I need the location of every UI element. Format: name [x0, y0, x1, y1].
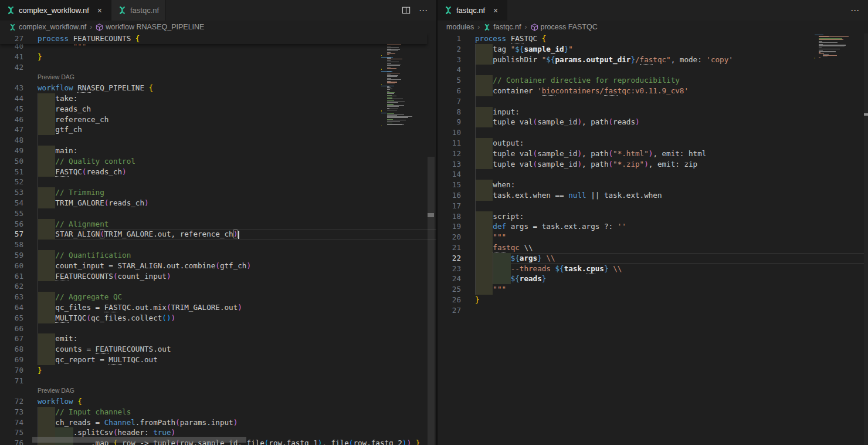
minimap[interactable] [815, 35, 851, 60]
code-line[interactable]: 27 [438, 305, 868, 316]
code-line[interactable]: 4 [438, 65, 868, 75]
code-line[interactable]: 13 tuple val(sample_id), path("*.zip"), … [438, 159, 868, 170]
code-line[interactable]: 1process FASTQC { [438, 33, 868, 44]
code-line[interactable]: 42 [0, 62, 436, 73]
code-line[interactable]: 15 when: [438, 180, 868, 190]
code-line[interactable]: 2 tag "${sample_id}" [438, 44, 868, 55]
breadcrumb-item-symbol[interactable]: workflow RNASEQ_PIPELINE [96, 23, 204, 31]
code-line[interactable]: 6 container 'biocontainers/fastqc:v0.11.… [438, 86, 868, 96]
code-line[interactable]: 26} [438, 295, 868, 305]
editor-group-left: complex_workflow.nf × fastqc.nf ⋯ [0, 0, 436, 445]
code-line[interactable]: 61 FEATURECOUNTS(count_input) [0, 271, 436, 282]
more-actions-icon[interactable]: ⋯ [419, 5, 428, 16]
code-line[interactable]: 66 [0, 323, 436, 334]
code-line[interactable]: 47 gtf_ch [0, 124, 436, 135]
code-line[interactable]: 50 // Quality control [0, 156, 436, 167]
codelens-link[interactable]: Preview DAG [38, 386, 74, 396]
code-line[interactable]: 45 reads_ch [0, 104, 436, 114]
code-editor-left[interactable]: 40 """41}42Preview DAG43workflow RNASEQ_… [0, 33, 436, 445]
scrollbar-thumb[interactable] [32, 437, 246, 443]
code-line[interactable]: 3 publishDir "${params.output_dir}/fastq… [438, 55, 868, 65]
code-line[interactable]: 44 take: [0, 93, 436, 104]
breadcrumb-item-file[interactable]: fastqc.nf [483, 23, 521, 31]
close-icon[interactable]: × [491, 6, 500, 15]
code-line[interactable]: 57 STAR_ALIGN(TRIM_GALORE.out, reference… [0, 229, 436, 240]
code-line[interactable]: 59 // Quantification [0, 250, 436, 261]
code-line[interactable]: 23 --threads ${task.cpus} \\ [438, 264, 868, 274]
code-line[interactable]: 64 qc_files = FASTQC.out.mix(TRIM_GALORE… [0, 302, 436, 313]
code-line[interactable]: 16 task.ext.when == null || task.ext.whe… [438, 190, 868, 201]
code-line[interactable]: 24 ${reads} [438, 274, 868, 284]
overview-ruler[interactable] [864, 33, 868, 445]
indent-guide [38, 135, 38, 146]
breadcrumb-item-folder[interactable]: modules [446, 23, 474, 31]
tab-fastqc-left[interactable]: fastqc.nf [111, 0, 166, 21]
code-line[interactable]: 72workflow { [0, 396, 436, 407]
code-editor-right[interactable]: 1process FASTQC {2 tag "${sample_id}"3 p… [438, 33, 868, 445]
code-line[interactable]: 9 tuple val(sample_id), path(reads) [438, 117, 868, 127]
breadcrumb-item-symbol[interactable]: process FASTQC [531, 23, 598, 31]
tab-bar-left: complex_workflow.nf × fastqc.nf ⋯ [0, 0, 436, 21]
code-line[interactable]: 53 // Trimming [0, 187, 436, 198]
code-line[interactable]: 18 script: [438, 211, 868, 222]
sticky-scroll-line[interactable]: 27process FEATURECOUNTS { [0, 33, 427, 44]
line-number: 48 [0, 135, 38, 146]
code-line[interactable]: 63 // Aggregate QC [0, 292, 436, 302]
line-number: 13 [438, 159, 475, 170]
tab-bar-right: fastqc.nf × ⋯ [438, 0, 868, 21]
line-number: 72 [0, 396, 38, 407]
horizontal-scrollbar[interactable] [0, 437, 348, 443]
scrollbar-handle[interactable] [428, 213, 434, 217]
code-line[interactable]: 48 [0, 135, 436, 146]
code-line[interactable]: 73 // Input channels [0, 407, 436, 417]
code-line[interactable]: 67 emit: [0, 333, 436, 344]
code-line[interactable]: 7 [438, 96, 868, 107]
code-line[interactable]: 71 [0, 376, 436, 386]
code-line[interactable]: 22 ${args} \\ [438, 253, 868, 264]
code-line[interactable]: 12 tuple val(sample_id), path("*.html"),… [438, 149, 868, 159]
close-icon[interactable]: × [95, 6, 104, 15]
code-line[interactable]: 70} [0, 365, 436, 376]
tab-fastqc-right[interactable]: fastqc.nf × [438, 0, 507, 21]
code-line[interactable]: 68 counts = FEATURECOUNTS.out [0, 344, 436, 355]
code-line[interactable]: 46 reference_ch [0, 114, 436, 125]
breadcrumb-item-file[interactable]: complex_workflow.nf [9, 23, 86, 31]
code-line[interactable]: 5 // Container directive for reproducibi… [438, 75, 868, 86]
code-line[interactable]: 10 [438, 127, 868, 138]
code-line[interactable]: 56 // Alignment [0, 219, 436, 230]
code-line[interactable]: 43workflow RNASEQ_PIPELINE { [0, 83, 436, 93]
line-number: 47 [0, 124, 38, 135]
indent-guide [475, 169, 476, 180]
code-line[interactable]: 41} [0, 52, 436, 62]
scrollbar-thumb[interactable] [428, 157, 435, 445]
code-line[interactable]: 62 [0, 281, 436, 292]
code-line[interactable]: 49 main: [0, 146, 436, 156]
code-line[interactable]: 17 [438, 201, 868, 211]
code-line[interactable]: 51 FASTQC(reads_ch) [0, 167, 436, 177]
tab-complex-workflow[interactable]: complex_workflow.nf × [0, 0, 111, 21]
code-line[interactable]: 19 def args = task.ext.args ?: '' [438, 221, 868, 232]
code-line[interactable]: 60 count_input = STAR_ALIGN.out.combine(… [0, 261, 436, 271]
line-number: 15 [438, 180, 475, 190]
code-line[interactable]: 14 [438, 169, 868, 180]
code-line[interactable]: 65 MULTIQC(qc_files.collect()) [0, 313, 436, 323]
code-line[interactable]: 27process FEATURECOUNTS { [0, 33, 427, 44]
split-editor-icon[interactable] [402, 6, 411, 15]
code-line[interactable]: 11 output: [438, 138, 868, 149]
vertical-scrollbar[interactable] [427, 33, 435, 445]
codelens-link[interactable]: Preview DAG [38, 72, 74, 83]
code-line[interactable]: 54 TRIM_GALORE(reads_ch) [0, 198, 436, 208]
code-line[interactable]: 8 input: [438, 107, 868, 117]
code-line[interactable]: 58 [0, 240, 436, 250]
code-line[interactable]: 25 """ [438, 284, 868, 295]
tab-label: fastqc.nf [130, 6, 159, 15]
code-line[interactable]: 74 ch_reads = Channel.fromPath(params.in… [0, 417, 436, 428]
more-actions-icon[interactable]: ⋯ [850, 5, 860, 16]
code-line[interactable]: 69 qc_report = MULTIQC.out [0, 355, 436, 365]
line-number: 69 [0, 355, 38, 365]
code-line[interactable]: 52 [0, 177, 436, 187]
minimap[interactable] [381, 35, 427, 126]
code-line[interactable]: 55 [0, 208, 436, 219]
code-line[interactable]: 21 fastqc \\ [438, 242, 868, 253]
code-line[interactable]: 20 """ [438, 232, 868, 242]
